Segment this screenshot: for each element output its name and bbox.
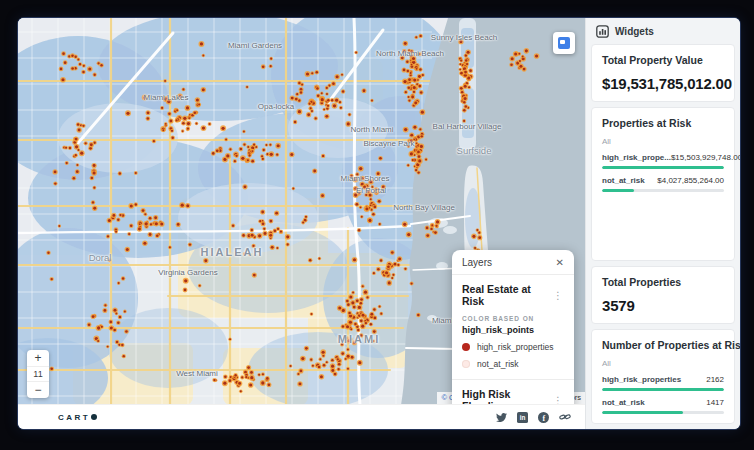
row-bar (602, 166, 724, 169)
row-bar (602, 189, 724, 192)
layers-panel: Layers ✕ Real Estate at Risk ⋮ COLOR BAS… (452, 250, 574, 404)
row-value: $4,027,855,264.00 (657, 176, 724, 185)
color-based-on-field: high_risk_points (462, 325, 564, 335)
widget-title: Properties at Risk (602, 117, 724, 129)
legend-label: not_at_risk (477, 359, 519, 369)
linkedin-icon[interactable]: in (517, 412, 528, 423)
legend-dot-high-risk (462, 343, 470, 351)
zoom-out-button[interactable]: − (27, 382, 49, 398)
kebab-menu-icon[interactable]: ⋮ (552, 395, 564, 405)
legend-item: not_at_risk (462, 359, 564, 369)
kebab-menu-icon[interactable]: ⋮ (552, 290, 564, 301)
widgets-header-label: Widgets (615, 26, 654, 37)
widget-title: Number of Properties at Risk (602, 339, 724, 351)
widgets-sidebar: Widgets Total Property Value $19,531,785… (585, 18, 740, 429)
footer-strip: CART in f (18, 404, 585, 429)
widget-value: $19,531,785,012.00 (602, 75, 724, 92)
layer-real-estate-at-risk: Real Estate at Risk ⋮ COLOR BASED ON hig… (452, 275, 574, 379)
widget-value: 3579 (602, 297, 724, 314)
app-window: Miami GardensSunny Isles BeachNorth Miam… (18, 18, 740, 429)
social-links: in f (496, 411, 571, 423)
widget-row-not-at-risk[interactable]: not_at_risk 1417 (602, 398, 724, 414)
widget-total-property-value: Total Property Value $19,531,785,012.00 (591, 44, 735, 102)
carto-logo[interactable]: CART (58, 413, 97, 422)
row-value: 2162 (706, 375, 724, 384)
map-section: Miami GardensSunny Isles BeachNorth Miam… (18, 18, 585, 429)
layer-name: High Risk Flooding (462, 388, 552, 404)
legend-dot-not-at-risk (462, 360, 470, 368)
widget-properties-at-risk: Properties at Risk All high_risk_prope..… (591, 107, 735, 261)
widget-title: Total Properties (602, 276, 724, 288)
widget-filter-label[interactable]: All (602, 137, 724, 146)
layer-name: Real Estate at Risk (462, 283, 552, 307)
svg-text:f: f (543, 413, 546, 422)
row-value: $15,503,929,748.00 (671, 153, 740, 162)
twitter-icon[interactable] (496, 412, 507, 423)
widgets-header: Widgets (591, 18, 735, 44)
basemap-toggle-button[interactable] (553, 32, 575, 54)
facebook-icon[interactable]: f (538, 412, 549, 423)
basemap-icon (558, 37, 570, 49)
close-icon[interactable]: ✕ (556, 257, 564, 268)
layer-high-risk-flooding: High Risk Flooding ⋮ High Risk Flooding (452, 379, 574, 404)
link-icon[interactable] (559, 411, 571, 423)
legend-label: high_risk_properties (477, 342, 554, 352)
map-canvas[interactable]: Miami GardensSunny Isles BeachNorth Miam… (18, 18, 585, 404)
layers-panel-title: Layers (462, 257, 492, 268)
carto-logo-text: CART (58, 413, 90, 422)
widget-number-properties-at-risk: Number of Properties at Risk All high_ri… (591, 329, 735, 424)
row-bar (602, 411, 724, 414)
svg-text:in: in (520, 414, 526, 421)
widget-row-high-risk[interactable]: high_risk_properties 2162 (602, 375, 724, 391)
carto-logo-dot-icon (91, 414, 97, 420)
row-label: not_at_risk (602, 176, 645, 185)
legend-item: high_risk_properties (462, 342, 564, 352)
zoom-level: 11 (27, 366, 49, 382)
widget-filter-label[interactable]: All (602, 359, 724, 368)
widget-row-not-at-risk[interactable]: not_at_risk $4,027,855,264.00 (602, 176, 724, 192)
row-label: high_risk_prope... (602, 153, 671, 162)
layers-panel-header: Layers ✕ (452, 250, 574, 275)
widget-title: Total Property Value (602, 54, 724, 66)
color-based-on-label: COLOR BASED ON (462, 315, 564, 322)
row-label: high_risk_properties (602, 375, 681, 384)
row-bar (602, 388, 724, 391)
widgets-icon (596, 25, 609, 38)
row-value: 1417 (706, 398, 724, 407)
row-label: not_at_risk (602, 398, 645, 407)
widget-row-high-risk[interactable]: high_risk_prope... $15,503,929,748.00 (602, 153, 724, 169)
zoom-in-button[interactable]: + (27, 350, 49, 366)
zoom-control: + 11 − (27, 350, 49, 398)
widget-total-properties: Total Properties 3579 (591, 266, 735, 324)
